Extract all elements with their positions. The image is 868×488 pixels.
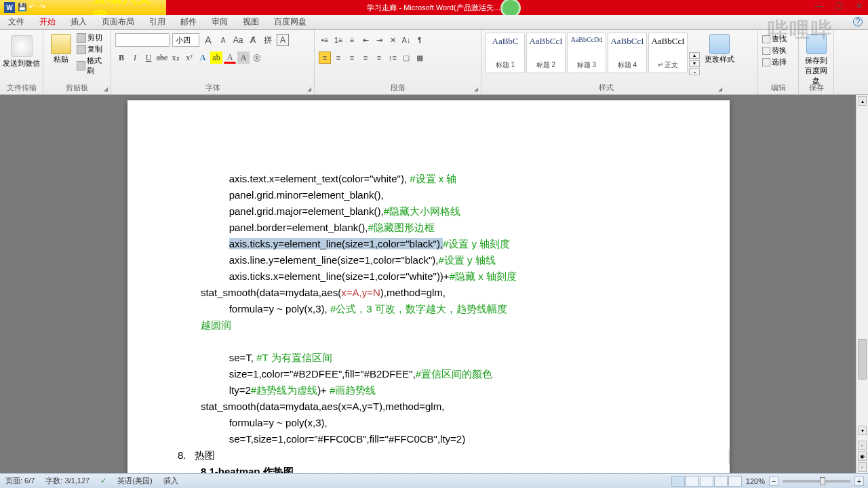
tab-layout[interactable]: 页面布局 bbox=[102, 16, 134, 28]
scroll-down-icon[interactable]: ▾ bbox=[858, 426, 867, 435]
dec-indent-icon[interactable]: ⇤ bbox=[359, 34, 372, 46]
brush-icon bbox=[77, 61, 85, 70]
print-layout-view[interactable] bbox=[671, 476, 685, 487]
proofing-icon[interactable]: ✓ bbox=[100, 476, 106, 485]
asian-layout-icon[interactable]: ✕ bbox=[387, 34, 399, 46]
show-marks-icon[interactable]: ¶ bbox=[414, 34, 426, 46]
bold-button[interactable]: B bbox=[115, 52, 127, 64]
shading-icon[interactable]: ▢ bbox=[400, 52, 412, 64]
zoom-slider[interactable] bbox=[783, 480, 850, 483]
grow-font-icon[interactable]: A bbox=[202, 34, 214, 46]
tab-insert[interactable]: 插入 bbox=[71, 16, 87, 28]
style-name: 标题 2 bbox=[536, 60, 555, 70]
text-effects-icon[interactable]: A bbox=[197, 52, 209, 64]
tab-home[interactable]: 开始 bbox=[39, 16, 56, 28]
dialog-launcher-icon[interactable]: ◢ bbox=[104, 86, 108, 92]
phonetic-icon[interactable]: 拼 bbox=[262, 34, 274, 46]
bullets-icon[interactable]: •≡ bbox=[319, 34, 331, 46]
insert-mode[interactable]: 插入 bbox=[163, 476, 178, 486]
cut-button[interactable]: 剪切 bbox=[77, 33, 106, 43]
char-border-icon[interactable]: A bbox=[277, 34, 289, 46]
format-painter-button[interactable]: 格式刷 bbox=[77, 56, 106, 76]
zoom-out-button[interactable]: − bbox=[769, 476, 778, 486]
qat-save-icon[interactable]: 💾 bbox=[18, 3, 27, 12]
dialog-launcher-icon[interactable]: ◢ bbox=[307, 86, 311, 92]
word-count[interactable]: 字数: 3/1,127 bbox=[45, 476, 90, 486]
line-spacing-icon[interactable]: ↕≡ bbox=[387, 52, 399, 64]
copy-button[interactable]: 复制 bbox=[77, 44, 106, 54]
browse-object-icon[interactable]: ◉ bbox=[858, 451, 867, 461]
qat-redo-icon[interactable]: ↷ bbox=[39, 3, 49, 12]
language-indicator[interactable]: 英语(美国) bbox=[117, 476, 152, 486]
close-button[interactable]: ✕ bbox=[856, 1, 865, 11]
style-heading3[interactable]: AaBbCcDd标题 3 bbox=[567, 33, 606, 73]
shrink-font-icon[interactable]: A bbox=[217, 34, 229, 46]
tab-references[interactable]: 引用 bbox=[149, 16, 165, 28]
scroll-thumb[interactable] bbox=[858, 339, 867, 380]
enclose-char-icon[interactable]: ㊛ bbox=[251, 52, 263, 64]
gallery-more-icon[interactable]: ⌄ bbox=[689, 68, 700, 75]
copy-label: 复制 bbox=[87, 44, 102, 54]
zoom-in-button[interactable]: + bbox=[854, 476, 864, 486]
send-wechat-icon[interactable] bbox=[11, 35, 33, 57]
vertical-scrollbar[interactable]: ▴ ▾ ◦ ◉ ◦ bbox=[856, 95, 868, 473]
style-normal[interactable]: AaBbCcI↵ 正文 bbox=[648, 33, 688, 73]
fullscreen-view[interactable] bbox=[686, 476, 699, 487]
gallery-up-icon[interactable]: ▴ bbox=[689, 52, 700, 59]
scroll-up-icon[interactable]: ▴ bbox=[858, 96, 867, 106]
next-page-icon[interactable]: ◦ bbox=[858, 462, 867, 472]
italic-button[interactable]: I bbox=[129, 52, 141, 64]
font-size-combo[interactable]: 小四 bbox=[172, 33, 199, 47]
tab-mailings[interactable]: 邮件 bbox=[180, 16, 197, 28]
restore-button[interactable]: ❐ bbox=[835, 1, 845, 11]
font-name-combo[interactable] bbox=[115, 33, 170, 47]
superscript-button[interactable]: x² bbox=[183, 52, 195, 64]
align-right-icon[interactable]: ≡ bbox=[346, 52, 358, 64]
tab-baidu[interactable]: 百度网盘 bbox=[274, 16, 307, 28]
replace-button[interactable]: 替换 bbox=[762, 45, 794, 56]
tab-file[interactable]: 文件 bbox=[8, 16, 24, 28]
draft-view[interactable] bbox=[728, 476, 742, 487]
gallery-down-icon[interactable]: ▾ bbox=[689, 60, 700, 67]
subscript-button[interactable]: x₂ bbox=[170, 52, 182, 64]
sort-icon[interactable]: A↓ bbox=[400, 34, 412, 46]
tab-view[interactable]: 视图 bbox=[243, 16, 259, 28]
numbering-icon[interactable]: 1≡ bbox=[332, 34, 344, 46]
style-heading1[interactable]: AaBbC标题 1 bbox=[486, 33, 525, 73]
justify-icon[interactable]: ≡ bbox=[359, 52, 372, 64]
style-heading4[interactable]: AaBbCcI标题 4 bbox=[608, 33, 647, 73]
minimize-button[interactable]: — bbox=[815, 1, 825, 11]
inc-indent-icon[interactable]: ⇥ bbox=[373, 34, 385, 46]
select-button[interactable]: 选择 bbox=[762, 57, 794, 67]
font-color-button[interactable]: A bbox=[224, 52, 236, 64]
page-indicator[interactable]: 页面: 6/7 bbox=[5, 476, 35, 486]
align-left-icon[interactable]: ≡ bbox=[319, 52, 331, 64]
tab-review[interactable]: 审阅 bbox=[212, 16, 228, 28]
clear-format-icon[interactable]: A̸ bbox=[247, 34, 259, 46]
paste-button[interactable]: 粘贴 bbox=[47, 33, 74, 76]
replace-label: 替换 bbox=[772, 45, 787, 56]
underline-button[interactable]: U bbox=[142, 52, 155, 64]
char-shading-icon[interactable]: A bbox=[237, 52, 250, 64]
multilevel-icon[interactable]: ≡ bbox=[346, 34, 358, 46]
dialog-launcher-icon[interactable]: ◢ bbox=[718, 86, 722, 92]
find-button[interactable]: 查找 bbox=[762, 34, 794, 44]
strike-button[interactable]: abc bbox=[156, 52, 168, 64]
web-layout-view[interactable] bbox=[700, 476, 713, 487]
copy-icon bbox=[77, 45, 86, 54]
change-case-icon[interactable]: Aa bbox=[232, 34, 244, 46]
baidu-save-icon[interactable] bbox=[806, 34, 827, 54]
prev-page-icon[interactable]: ◦ bbox=[858, 441, 867, 450]
zoom-level[interactable]: 120% bbox=[746, 477, 765, 485]
style-heading2[interactable]: AaBbCcI标题 2 bbox=[526, 33, 566, 73]
qat-undo-icon[interactable]: ↶ bbox=[28, 3, 38, 12]
page-content[interactable]: axis.text.x=element_text(color="white"),… bbox=[127, 100, 730, 473]
document-area[interactable]: axis.text.x=element_text(color="white"),… bbox=[0, 95, 868, 473]
highlight-button[interactable]: ab bbox=[210, 52, 222, 64]
distribute-icon[interactable]: ≡ bbox=[373, 52, 385, 64]
zoom-knob[interactable] bbox=[820, 477, 825, 485]
borders-icon[interactable]: ▦ bbox=[414, 52, 426, 64]
align-center-icon[interactable]: ≡ bbox=[332, 52, 344, 64]
outline-view[interactable] bbox=[714, 476, 728, 487]
help-icon[interactable]: ? bbox=[853, 17, 863, 26]
